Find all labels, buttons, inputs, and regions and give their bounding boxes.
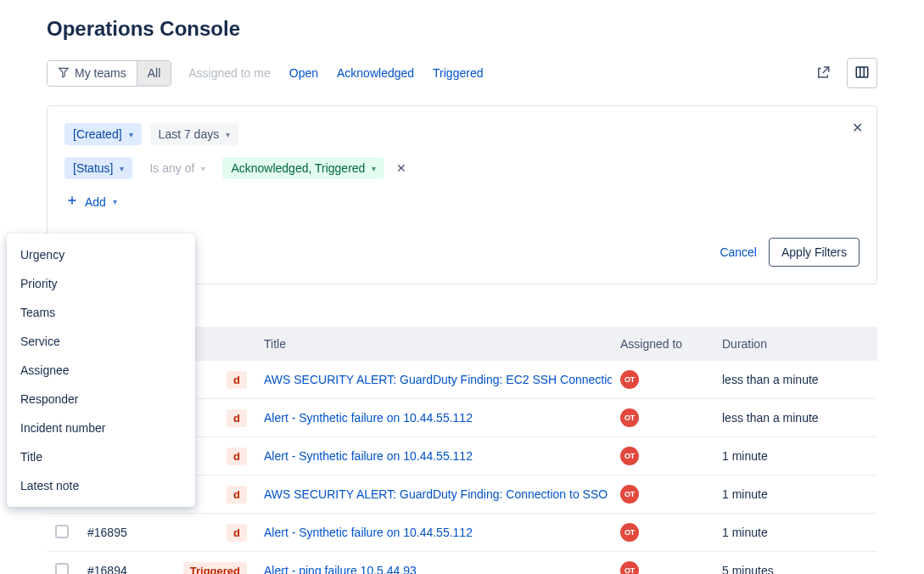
chevron-down-icon: ▾ [113, 197, 117, 206]
avatar[interactable]: OT [620, 485, 639, 504]
remove-filter-row[interactable]: ✕ [393, 161, 410, 175]
svg-marker-0 [59, 68, 69, 77]
dropdown-item-priority[interactable]: Priority [7, 269, 195, 298]
col-duration: Duration [714, 327, 877, 361]
my-teams-toggle[interactable]: My teams [48, 61, 137, 86]
row-checkbox[interactable] [55, 525, 69, 538]
table-row: #16895dAlert - Synthetic failure on 10.4… [47, 514, 877, 552]
columns-button[interactable] [847, 58, 877, 88]
status-badge: d [227, 371, 247, 389]
all-toggle[interactable]: All [137, 61, 171, 86]
add-filter-label: Add [85, 195, 106, 209]
status-badge: d [227, 447, 247, 465]
tabs-row: My teams All Assigned to me Open Acknowl… [47, 60, 484, 87]
dropdown-item-incident-number[interactable]: Incident number [7, 414, 195, 442]
chevron-down-icon: ▾ [226, 130, 230, 139]
filter-row-created: [Created] ▾ Last 7 days ▾ [64, 123, 860, 145]
incident-title-link[interactable]: AWS SECURITY ALERT: GuardDuty Finding: C… [264, 487, 608, 501]
duration-value: 1 minute [714, 437, 877, 476]
status-badge: d [227, 524, 247, 542]
filter-created-label: [Created] [73, 127, 122, 141]
my-teams-label: My teams [75, 66, 126, 80]
tab-triggered[interactable]: Triggered [431, 61, 484, 85]
status-badge: d [227, 486, 247, 504]
table-row: #16894TriggeredAlert - ping failure 10.5… [47, 552, 877, 575]
avatar[interactable]: OT [620, 447, 639, 465]
avatar[interactable]: OT [620, 561, 639, 574]
chevron-down-icon: ▾ [372, 164, 376, 173]
col-assigned: Assigned to [612, 327, 714, 361]
dropdown-item-title[interactable]: Title [7, 442, 195, 471]
dropdown-item-assignee[interactable]: Assignee [7, 356, 195, 385]
apply-filters-button[interactable]: Apply Filters [769, 238, 860, 267]
close-icon: ✕ [852, 121, 863, 135]
chevron-down-icon: ▾ [201, 164, 205, 173]
filter-status-chip[interactable]: [Status] ▾ [64, 157, 132, 179]
close-filter-panel[interactable]: ✕ [852, 120, 863, 136]
add-filter-button[interactable]: Add ▾ [64, 191, 119, 212]
cancel-button[interactable]: Cancel [720, 245, 757, 259]
tab-open[interactable]: Open [288, 61, 320, 85]
incident-id: #16895 [79, 514, 145, 552]
status-badge: Triggered [183, 562, 247, 575]
dropdown-item-latest-note[interactable]: Latest note [7, 471, 195, 500]
filter-operator-label: Is any of [149, 161, 194, 175]
filter-values-label: Acknowledged, Triggered [231, 161, 365, 175]
dropdown-item-urgency[interactable]: Urgency [7, 240, 195, 269]
duration-value: less than a minute [714, 361, 877, 399]
duration-value: less than a minute [714, 399, 877, 437]
dropdown-item-responder[interactable]: Responder [7, 385, 195, 414]
team-toggle: My teams All [47, 60, 171, 87]
columns-icon [854, 65, 870, 82]
tab-acknowledged[interactable]: Acknowledged [335, 61, 416, 85]
filter-created-chip[interactable]: [Created] ▾ [64, 123, 142, 145]
share-button[interactable] [808, 58, 838, 88]
filter-range-chip[interactable]: Last 7 days ▾ [150, 123, 239, 145]
incident-title-link[interactable]: Alert - Synthetic failure on 10.44.55.11… [264, 526, 473, 539]
dropdown-item-service[interactable]: Service [7, 327, 195, 356]
row-checkbox[interactable] [55, 563, 69, 575]
tab-assigned-to-me: Assigned to me [187, 61, 272, 85]
filter-values-chip[interactable]: Acknowledged, Triggered ▾ [222, 157, 384, 179]
top-actions [808, 58, 877, 88]
duration-value: 1 minute [714, 514, 877, 552]
dropdown-item-teams[interactable]: Teams [7, 298, 195, 327]
close-icon: ✕ [396, 161, 406, 175]
avatar[interactable]: OT [620, 408, 639, 427]
chevron-down-icon: ▾ [120, 164, 124, 173]
filter-status-label: [Status] [73, 161, 113, 175]
filter-range-label: Last 7 days [159, 127, 220, 141]
col-title: Title [255, 327, 612, 361]
status-badge: d [227, 409, 247, 427]
incident-title-link[interactable]: Alert - Synthetic failure on 10.44.55.11… [264, 411, 473, 425]
incident-title-link[interactable]: Alert - ping failure 10.5.44.93 [264, 564, 417, 574]
filter-operator-chip[interactable]: Is any of ▾ [141, 157, 214, 179]
filter-icon [58, 66, 70, 81]
share-icon [815, 65, 831, 82]
svg-rect-1 [856, 67, 868, 77]
incident-title-link[interactable]: AWS SECURITY ALERT: GuardDuty Finding: E… [264, 373, 612, 386]
filter-row-status: [Status] ▾ Is any of ▾ Acknowledged, Tri… [64, 157, 860, 179]
top-controls: My teams All Assigned to me Open Acknowl… [47, 58, 877, 88]
plus-icon [66, 194, 78, 209]
avatar[interactable]: OT [620, 370, 639, 389]
duration-value: 5 minutes [714, 552, 877, 575]
chevron-down-icon: ▾ [129, 130, 133, 139]
avatar[interactable]: OT [620, 523, 639, 542]
duration-value: 1 minute [714, 476, 877, 514]
incident-title-link[interactable]: Alert - Synthetic failure on 10.44.55.11… [264, 449, 473, 463]
add-filter-dropdown: Urgency Priority Teams Service Assignee … [7, 234, 195, 507]
incident-id: #16894 [79, 552, 145, 575]
page-title: Operations Console [47, 17, 877, 41]
